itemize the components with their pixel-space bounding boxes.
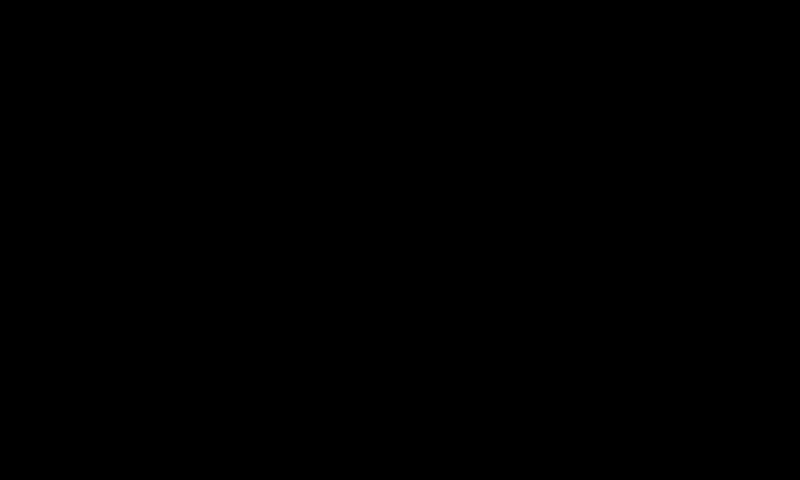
nanovna-screen[interactable] — [0, 0, 800, 480]
measurement-plot — [0, 0, 800, 480]
trace2-title[interactable] — [405, 5, 419, 25]
